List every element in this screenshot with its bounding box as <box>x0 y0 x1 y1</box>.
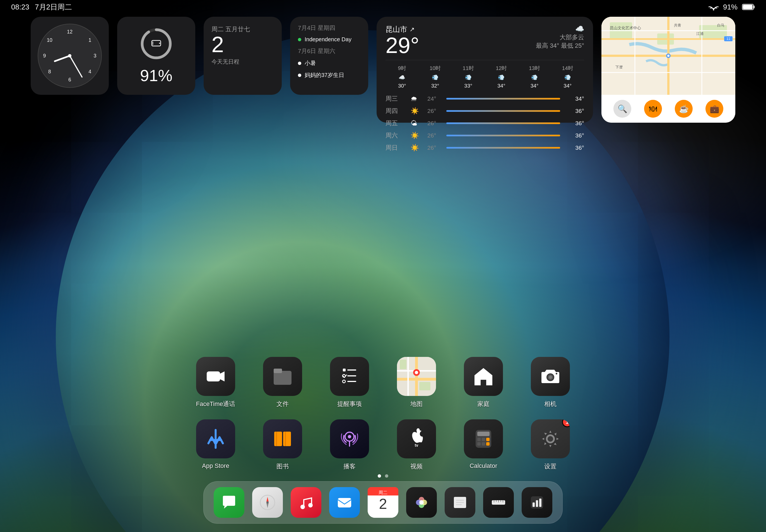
event-dot-2 <box>298 62 301 65</box>
clock-face: 12 1 3 4 6 8 9 10 <box>38 24 102 88</box>
svg-point-37 <box>342 380 345 383</box>
clock-num-8: 8 <box>48 69 51 74</box>
svg-text:11: 11 <box>726 37 730 41</box>
reminders-svg <box>338 365 361 388</box>
app-camera[interactable]: 相机 <box>531 357 570 408</box>
svg-rect-71 <box>477 442 481 446</box>
dock-compass[interactable] <box>252 487 283 518</box>
clock-num-9: 9 <box>43 53 46 59</box>
dock-notes-dock[interactable] <box>445 487 475 518</box>
app-appstore-icon <box>196 419 235 458</box>
dock-flower[interactable] <box>406 487 437 518</box>
weather-right: ☁️ 大部多云 最高 34° 最低 25° <box>536 25 584 54</box>
appstore-svg <box>204 428 227 450</box>
svg-rect-34 <box>347 369 356 371</box>
app-settings[interactable]: 1 设置 <box>531 419 570 471</box>
weather-day-wed: 周三 🌧 24° 34° <box>386 95 584 103</box>
svg-text:tv: tv <box>415 443 419 448</box>
map-search-btn[interactable]: 🔍 <box>613 100 631 118</box>
app-facetime[interactable]: FaceTime通话 <box>196 357 235 408</box>
svg-marker-50 <box>475 368 492 385</box>
widget-weather[interactable]: 昆山市 ↗ 29° ☁️ 大部多云 最高 34° 最低 25° 9时 ☁️ <box>376 17 593 123</box>
camera-svg <box>539 365 562 388</box>
app-books-icon <box>263 419 302 458</box>
battery-circle <box>139 27 173 61</box>
app-home-label: 家庭 <box>477 400 490 408</box>
svg-rect-58 <box>276 432 277 446</box>
svg-point-54 <box>556 373 557 374</box>
music-icon <box>298 494 314 511</box>
app-reminders-icon <box>330 357 369 396</box>
clock-num-6: 6 <box>68 77 71 83</box>
measure-icon <box>490 494 507 511</box>
svg-point-53 <box>549 376 552 379</box>
widget-battery[interactable]: 91% <box>117 17 195 95</box>
svg-rect-29 <box>207 371 220 381</box>
svg-rect-38 <box>347 381 356 382</box>
widget-map[interactable]: 昆山文化艺术中心 共青 江浦 白马 下漤 11 🔍 🍽 ☕ 💼 <box>601 17 735 123</box>
svg-point-78 <box>266 501 269 504</box>
app-books[interactable]: 图书 <box>263 419 302 471</box>
clock-hour-hand <box>54 55 70 62</box>
dock-calendar[interactable]: 周二 2 <box>367 487 399 518</box>
svg-text:2: 2 <box>379 496 387 512</box>
app-files[interactable]: 文件 <box>263 357 302 408</box>
app-podcasts-icon <box>330 419 369 458</box>
app-settings-icon: 1 <box>531 419 570 458</box>
svg-rect-47 <box>419 382 431 390</box>
location-arrow: ↗ <box>410 26 415 33</box>
dock-mail[interactable] <box>329 487 360 518</box>
app-appletv[interactable]: tv 视频 <box>397 419 436 471</box>
page-dots <box>378 474 388 478</box>
dock-music[interactable] <box>291 487 321 518</box>
messages-icon <box>221 494 237 511</box>
svg-rect-7 <box>153 42 153 45</box>
app-podcasts[interactable]: 播客 <box>330 419 369 471</box>
weather-hour-14: 14时 💨 34° <box>551 65 584 89</box>
svg-marker-77 <box>266 503 269 508</box>
app-calculator-icon <box>464 419 503 458</box>
svg-point-91 <box>419 500 424 505</box>
map-work-btn[interactable]: 💼 <box>705 100 723 118</box>
page-dot-2[interactable] <box>385 474 388 478</box>
cal-day-num: 2 <box>211 33 274 56</box>
map-food-btn[interactable]: 🍽 <box>644 100 662 118</box>
weather-hour-10: 10时 💨 32° <box>419 65 452 89</box>
app-camera-label: 相机 <box>544 400 557 408</box>
clock-center <box>68 54 71 57</box>
widgets-area: 12 1 3 4 6 8 9 10 <box>31 17 735 123</box>
app-books-label: 图书 <box>276 462 289 471</box>
svg-point-74 <box>548 436 553 442</box>
app-home[interactable]: 家庭 <box>464 357 503 408</box>
weather-day-fri: 周五 🌤 26° 36° <box>386 119 584 127</box>
weather-range: 最高 34° 最低 25° <box>536 42 584 50</box>
widget-calendar[interactable]: 周二 五月廿七 2 今天无日程 <box>204 17 282 95</box>
cal-schedule: 今天无日程 <box>211 58 274 66</box>
dock-messages[interactable] <box>214 487 244 518</box>
svg-marker-30 <box>220 371 224 381</box>
dock-measure[interactable] <box>483 487 514 518</box>
dock-stats[interactable] <box>522 487 552 518</box>
app-calculator-label: Calculator <box>470 462 497 470</box>
notes-dock-icon <box>452 494 468 511</box>
widget-events[interactable]: 7月4日 星期四 Independence Day 7月6日 星期六 小暑 妈妈… <box>290 17 368 95</box>
app-podcasts-label: 播客 <box>343 462 356 471</box>
app-appstore[interactable]: App Store <box>196 419 235 471</box>
map-cafe-btn[interactable]: ☕ <box>675 100 693 118</box>
event-item-birthday: 妈妈的37岁生日 <box>298 71 360 79</box>
app-reminders[interactable]: 提醒事项 <box>330 357 369 408</box>
svg-rect-60 <box>285 432 286 446</box>
widget-clock[interactable]: 12 1 3 4 6 8 9 10 <box>31 17 109 95</box>
status-left: 08:23 7月2日周二 <box>11 2 72 12</box>
app-calculator[interactable]: Calculator <box>464 419 503 471</box>
weather-temp: 29° <box>386 34 419 57</box>
svg-rect-2 <box>753 6 755 8</box>
page-dot-1[interactable] <box>378 474 381 478</box>
app-files-label: 文件 <box>276 400 289 408</box>
app-maps[interactable]: 地图 <box>397 357 436 408</box>
event-dot-3 <box>298 74 301 77</box>
svg-rect-73 <box>486 442 490 446</box>
weather-day-sun: 周日 ☀️ 26° 36° <box>386 144 584 152</box>
map-buttons: 🔍 🍽 ☕ 💼 <box>601 95 735 123</box>
svg-rect-67 <box>477 432 490 436</box>
